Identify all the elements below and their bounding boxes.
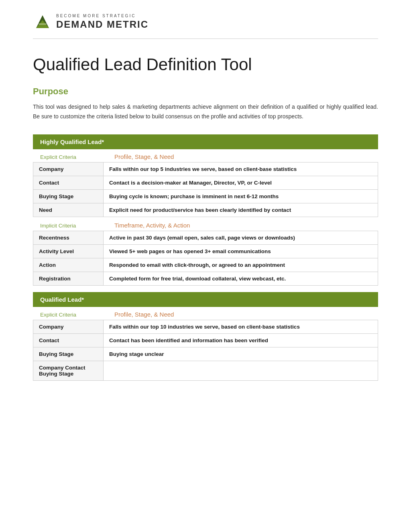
implicit-criteria-hq: Implicit Criteria Timeframe, Activity, &… [33,218,378,231]
table-row: Recentness Active in past 30 days (email… [33,231,378,244]
purpose-body: This tool was designed to help sales & m… [33,102,378,122]
row-value: Falls within our top 5 industries we ser… [104,162,378,176]
table-row: Need Explicit need for product/service h… [33,203,378,217]
row-label: Buying Stage [33,189,104,203]
explicit-value-hq: Profile, Stage, & Need [114,153,174,160]
purpose-heading: Purpose [33,86,378,97]
explicit-q-table: Company Falls within our top 10 industri… [33,320,378,381]
table-row: Company Falls within our top 10 industri… [33,320,378,333]
table-row: Registration Completed form for free tri… [33,272,378,285]
row-label: Contact [33,333,104,347]
row-label: Buying Stage [33,347,104,361]
page-title: Qualified Lead Definition Tool [33,55,378,74]
explicit-label-q: Explicit Criteria [40,312,114,318]
row-value [104,361,378,380]
implicit-hq-table: Recentness Active in past 30 days (email… [33,231,378,286]
explicit-value-q: Profile, Stage, & Need [114,311,174,318]
row-value: Buying cycle is known; purchase is immin… [104,189,378,203]
implicit-label-hq: Implicit Criteria [40,223,114,229]
row-label: Activity Level [33,244,104,258]
row-value: Buying stage unclear [104,347,378,361]
logo-name: Demand Metric [56,19,149,30]
row-label: Company [33,320,104,333]
table-row: Buying Stage Buying cycle is known; purc… [33,189,378,203]
row-value: Falls within our top 10 industries we se… [104,320,378,333]
logo-icon [33,12,52,31]
table-row: Company Falls within our top 5 industrie… [33,162,378,176]
row-label: Company [33,162,104,176]
qualified-section: Qualified Lead* Explicit Criteria Profil… [33,292,378,381]
row-label: Registration [33,272,104,285]
row-value: Completed form for free trial, download … [104,272,378,285]
logo-area: Become More Strategic Demand Metric [33,12,378,39]
qualified-header: Qualified Lead* [33,292,378,307]
explicit-hq-table: Company Falls within our top 5 industrie… [33,162,378,217]
table-row: Contact Contact has been identified and … [33,333,378,347]
row-label: Contact [33,176,104,189]
table-row: Contact Contact is a decision-maker at M… [33,176,378,189]
table-row: Action Responded to email with click-thr… [33,258,378,272]
svg-rect-2 [39,23,47,25]
table-row: Buying Stage Buying stage unclear [33,347,378,361]
row-label: Action [33,258,104,272]
explicit-label-hq: Explicit Criteria [40,154,114,160]
row-value: Viewed 5+ web pages or has opened 3+ ema… [104,244,378,258]
explicit-criteria-q: Explicit Criteria Profile, Stage, & Need [33,307,378,320]
table-row: Company Contact Buying Stage [33,361,378,380]
row-label: Need [33,203,104,217]
row-value: Explicit need for product/service has be… [104,203,378,217]
row-value: Contact is a decision-maker at Manager, … [104,176,378,189]
table-row: Activity Level Viewed 5+ web pages or ha… [33,244,378,258]
row-value: Contact has been identified and informat… [104,333,378,347]
logo-text: Become More Strategic Demand Metric [56,14,149,30]
highly-qualified-header: Highly Qualified Lead* [33,134,378,149]
row-label: Recentness [33,231,104,244]
explicit-criteria-hq: Explicit Criteria Profile, Stage, & Need [33,149,378,162]
highly-qualified-section: Highly Qualified Lead* Explicit Criteria… [33,134,378,286]
implicit-value-hq: Timeframe, Activity, & Action [114,222,190,229]
row-label: Company Contact Buying Stage [33,361,104,380]
logo-tagline: Become More Strategic [56,14,149,18]
row-value: Active in past 30 days (email open, sale… [104,231,378,244]
row-value: Responded to email with click-through, o… [104,258,378,272]
